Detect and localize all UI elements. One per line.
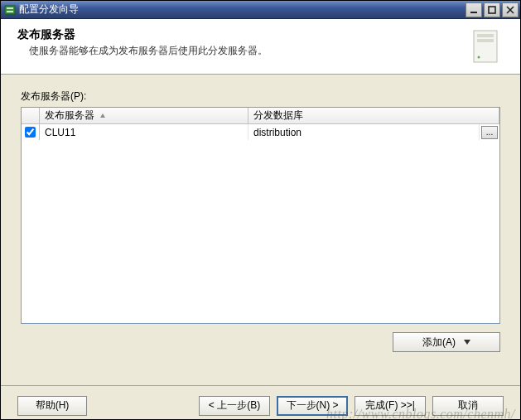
svg-marker-12	[464, 340, 470, 345]
finish-button[interactable]: 完成(F) >>|	[355, 396, 426, 416]
table-row[interactable]: CLU11 distribution ...	[22, 124, 499, 141]
page-subtitle: 使服务器能够在成为发布服务器后使用此分发服务器。	[29, 44, 466, 58]
wizard-header: 发布服务器 使服务器能够在成为发布服务器后使用此分发服务器。	[1, 19, 520, 75]
column-header-db-label: 分发数据库	[253, 109, 303, 123]
chevron-down-icon	[464, 339, 470, 345]
back-button[interactable]: < 上一步(B)	[199, 396, 270, 416]
svg-marker-11	[100, 113, 105, 118]
page-title: 发布服务器	[17, 27, 466, 42]
svg-rect-0	[5, 6, 15, 14]
window-title: 配置分发向导	[19, 2, 466, 17]
browse-button[interactable]: ...	[481, 126, 498, 139]
add-button[interactable]: 添加(A)	[393, 332, 500, 352]
row-server-cell: CLU11	[40, 124, 248, 140]
publisher-list-label: 发布服务器(P):	[21, 89, 500, 104]
maximize-button[interactable]	[484, 2, 500, 17]
row-checkbox[interactable]	[25, 127, 36, 138]
wizard-footer: 帮助(H) < 上一步(B) 下一步(N) > 完成(F) >>| 取消	[1, 385, 520, 420]
server-icon	[466, 27, 504, 65]
svg-rect-8	[477, 34, 494, 37]
svg-rect-2	[7, 11, 13, 12]
publisher-list: 发布服务器 分发数据库 CLU11 distribution ...	[21, 107, 500, 324]
wizard-body: 发布服务器(P): 发布服务器 分发数据库 CLU11 distribution…	[1, 75, 520, 385]
svg-rect-9	[477, 39, 494, 42]
minimize-button[interactable]	[466, 2, 482, 17]
column-header-checkbox[interactable]	[22, 108, 40, 123]
column-header-server[interactable]: 发布服务器	[40, 108, 248, 123]
next-button[interactable]: 下一步(N) >	[277, 396, 348, 416]
column-header-server-label: 发布服务器	[45, 109, 94, 123]
close-button[interactable]	[502, 2, 519, 17]
app-icon	[4, 4, 16, 16]
svg-rect-3	[470, 12, 477, 13]
svg-rect-4	[489, 7, 495, 13]
sort-ascending-icon	[99, 113, 106, 119]
column-header-db[interactable]: 分发数据库	[248, 108, 499, 123]
row-db-cell: distribution	[248, 124, 480, 140]
help-button[interactable]: 帮助(H)	[17, 396, 87, 416]
cancel-button[interactable]: 取消	[432, 396, 504, 416]
svg-rect-1	[7, 7, 13, 9]
add-button-label: 添加(A)	[422, 336, 456, 350]
svg-point-10	[478, 56, 480, 59]
window-controls	[466, 2, 519, 17]
title-bar: 配置分发向导	[1, 1, 520, 19]
list-header: 发布服务器 分发数据库	[22, 108, 499, 124]
